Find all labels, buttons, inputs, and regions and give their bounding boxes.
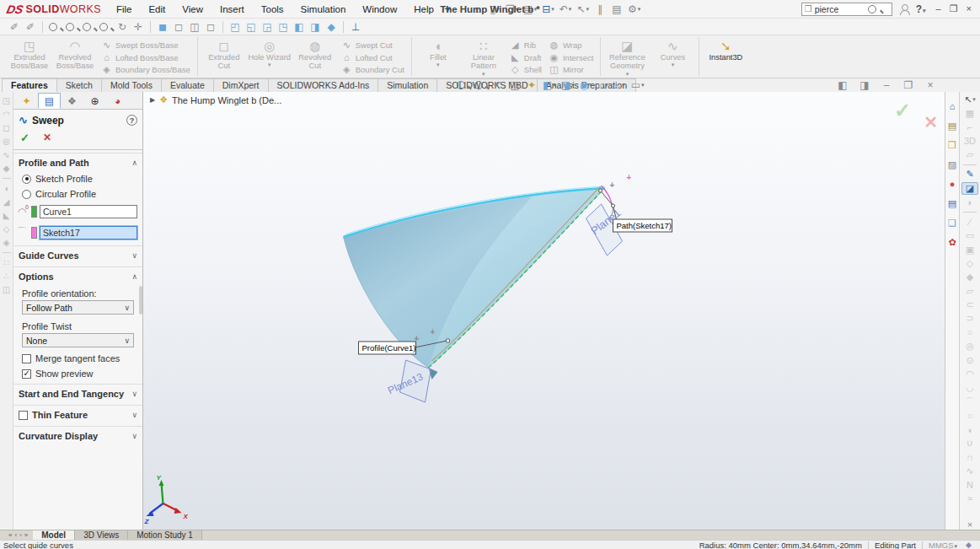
- boundary-boss-button[interactable]: ◈Boundary Boss/Base: [98, 63, 194, 76]
- design-library-icon[interactable]: ▤: [946, 120, 959, 132]
- print-icon[interactable]: ⊟: [540, 2, 556, 17]
- select-arrow-icon[interactable]: ↖: [961, 94, 978, 105]
- profile-orientation-select[interactable]: Follow Path ∨: [22, 300, 134, 315]
- ribbon-tab[interactable]: Features: [2, 78, 57, 92]
- edit-sketch-icon[interactable]: ✎: [961, 169, 978, 180]
- zoom-to-fit-icon[interactable]: [47, 19, 63, 35]
- zoom-to-area-icon[interactable]: [64, 19, 80, 35]
- 3d-sketch-icon[interactable]: 3D: [961, 135, 978, 147]
- file-explorer-icon[interactable]: ❒: [946, 139, 959, 151]
- lofted-boss-button[interactable]: ⌂Lofted Boss/Base: [98, 51, 194, 64]
- displaymanager-tab-icon[interactable]: ◕: [106, 93, 129, 109]
- mirror-icon[interactable]: ◫: [1, 284, 13, 295]
- last-tab-icon[interactable]: »: [24, 531, 28, 539]
- draft-button[interactable]: ◣Draft: [506, 51, 545, 64]
- apply-scene-icon[interactable]: ◒: [613, 79, 628, 92]
- shell-icon[interactable]: ◇: [1, 223, 13, 234]
- fillet-icon[interactable]: ◖: [1, 183, 13, 194]
- expand-arrow-icon[interactable]: ▶: [150, 96, 155, 104]
- corner-rectangle-tool-icon[interactable]: ▭: [961, 230, 978, 242]
- select-icon[interactable]: ↖: [575, 2, 591, 17]
- shaded-icon[interactable]: ◻: [171, 19, 186, 35]
- perimeter-circle-icon[interactable]: ◎: [961, 341, 978, 353]
- pin-icon[interactable]: ➤: [442, 3, 454, 16]
- linear-pattern-button[interactable]: ∷ Linear Pattern ▾: [461, 37, 506, 76]
- custom-properties-icon[interactable]: ▤: [946, 197, 959, 209]
- extruded-boss-icon[interactable]: ◳: [1, 95, 13, 106]
- shell-button[interactable]: ◇Shell: [506, 63, 545, 76]
- spline-icon[interactable]: ∿: [961, 465, 978, 476]
- pan-icon[interactable]: ✛: [131, 19, 146, 35]
- cancel-button[interactable]: ✕: [43, 132, 51, 144]
- propertymanager-tab-icon[interactable]: ▤: [38, 93, 61, 109]
- sw-resources-icon[interactable]: ✿: [946, 236, 959, 248]
- options-icon[interactable]: ⚙: [626, 2, 642, 17]
- zoom-to-fit-icon[interactable]: [455, 79, 471, 92]
- parabola-icon[interactable]: ∩: [961, 451, 978, 463]
- menu-item[interactable]: Help: [407, 3, 441, 16]
- swept-icon[interactable]: ∿: [1, 149, 13, 160]
- section-start-end-tangency[interactable]: Start and End Tangency ∨: [13, 384, 142, 402]
- ribbon-tab[interactable]: Sketch: [56, 78, 102, 92]
- circumscribed-circle-icon[interactable]: ⊙: [961, 354, 978, 366]
- panel-scrollbar[interactable]: [139, 286, 142, 315]
- zoom-in-out-icon[interactable]: [81, 19, 97, 35]
- view-right-icon[interactable]: ◳: [276, 19, 291, 35]
- swept-cut-button[interactable]: ∿Swept Cut: [338, 39, 408, 51]
- home-icon[interactable]: ⌂: [470, 2, 485, 17]
- open-file-icon[interactable]: ❐: [504, 2, 520, 17]
- menu-item[interactable]: Edit: [142, 3, 172, 16]
- file-properties-icon[interactable]: ▤: [609, 2, 624, 17]
- rebuild-icon[interactable]: ∥: [592, 2, 608, 17]
- search-input[interactable]: [815, 4, 864, 14]
- rhombus-icon[interactable]: ◇: [961, 257, 978, 269]
- ribbon-tab[interactable]: DimXpert: [213, 78, 269, 92]
- polygon-icon[interactable]: ◆: [961, 272, 978, 283]
- featuremanager-tab-icon[interactable]: ✦: [15, 93, 38, 109]
- help-icon[interactable]: ?: [916, 3, 926, 15]
- zoom-to-selection-icon[interactable]: [98, 19, 114, 35]
- reference-geometry-button[interactable]: ◪ Reference Geometry ▾: [604, 37, 650, 76]
- show-preview-checkbox[interactable]: Show preview: [22, 369, 142, 379]
- display-style-icon[interactable]: ◨: [560, 79, 576, 92]
- sketch-active-icon[interactable]: ◪: [961, 182, 978, 195]
- ellipse-icon[interactable]: ○: [961, 410, 978, 422]
- sketch-profile-radio[interactable]: Sketch Profile: [22, 174, 142, 184]
- fillet-button[interactable]: ◖ Fillet ▾: [415, 37, 461, 76]
- view-palette-icon[interactable]: ▨: [946, 159, 959, 170]
- three-point-arc-icon[interactable]: ◠: [961, 368, 978, 379]
- hide-show-items-icon[interactable]: ◉: [578, 79, 594, 92]
- line-icon[interactable]: ∕: [961, 216, 978, 228]
- revolved-cut-icon[interactable]: ◎: [1, 136, 13, 147]
- chamfer-icon[interactable]: ◢: [1, 196, 13, 207]
- configurationmanager-tab-icon[interactable]: ❖: [61, 93, 83, 109]
- view-orientation-icon[interactable]: ◧: [541, 79, 558, 92]
- section-view-icon[interactable]: ◫: [507, 79, 522, 92]
- circular-pattern-icon[interactable]: ∴: [1, 271, 13, 282]
- shaded-with-edges-icon[interactable]: ◼: [155, 19, 170, 35]
- dimxpertmanager-tab-icon[interactable]: ⊕: [83, 93, 106, 109]
- restore-button[interactable]: ❐: [950, 3, 958, 14]
- collapse-featuremanager-icon[interactable]: ◧: [835, 78, 850, 93]
- wrap-button[interactable]: ◍Wrap: [545, 39, 597, 51]
- save-icon[interactable]: ▤: [522, 2, 538, 17]
- panel-help-icon[interactable]: ?: [126, 115, 137, 126]
- new-file-icon[interactable]: ▯: [487, 2, 502, 17]
- pane-close-icon[interactable]: ×: [923, 78, 938, 93]
- profile-twist-select[interactable]: None ∨: [22, 333, 134, 347]
- menu-item[interactable]: File: [110, 3, 139, 16]
- units-selector[interactable]: MMGS: [929, 541, 957, 549]
- linear-pattern-icon[interactable]: ∷: [1, 257, 13, 268]
- path-selection-field[interactable]: Sketch17: [40, 226, 137, 240]
- center-rectangle-icon[interactable]: ▣: [961, 244, 978, 256]
- close-sketch-icon[interactable]: ×: [961, 518, 978, 530]
- revolved-boss-button[interactable]: ◠ Revolved Boss/Base: [52, 37, 98, 76]
- menu-item[interactable]: Simulation: [294, 3, 353, 16]
- sketch-plane-icon[interactable]: ▱: [961, 148, 978, 160]
- close-button[interactable]: ×: [967, 3, 972, 14]
- rib-button[interactable]: ◢Rib: [506, 39, 545, 51]
- section-profile-and-path[interactable]: Profile and Path ∧: [13, 153, 142, 171]
- previous-view-icon[interactable]: ↶: [490, 79, 506, 92]
- 3d-drawing-view-icon[interactable]: ✦: [524, 79, 539, 92]
- home-icon[interactable]: ⌂: [946, 100, 959, 112]
